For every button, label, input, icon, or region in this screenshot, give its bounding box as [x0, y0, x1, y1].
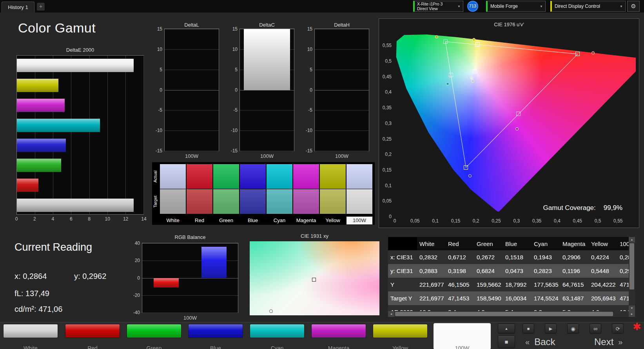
- patch-button-blue[interactable]: [188, 324, 243, 338]
- y-tick-label: -5: [226, 107, 238, 113]
- patch-button-magenta[interactable]: [311, 324, 366, 338]
- back-button[interactable]: « Back: [525, 335, 555, 349]
- back-label: Back: [534, 336, 555, 347]
- chart-title: DeltaC: [240, 22, 294, 28]
- column-header-magenta: Magenta: [560, 237, 589, 250]
- next-button[interactable]: Next »: [594, 335, 622, 349]
- table-cell: 158,5490: [474, 291, 503, 305]
- layout-button[interactable]: ■: [498, 335, 515, 348]
- table-vertical-scrollbar[interactable]: ▲ ▼: [629, 237, 635, 311]
- reading-x-label: x:: [15, 272, 21, 280]
- y-tick-label: -10: [151, 128, 162, 133]
- swatch-actual: [267, 164, 292, 189]
- gridline: [315, 29, 369, 29]
- x-tick-label: 12: [123, 216, 128, 222]
- swatch-label: Cyan: [267, 217, 292, 224]
- stop-button[interactable]: ■: [522, 324, 534, 334]
- column-header-green: Green: [474, 237, 503, 250]
- table-cell: 64,7615: [560, 278, 589, 291]
- swatch-target: [267, 189, 292, 214]
- patch-label: Green: [127, 345, 181, 349]
- table-cell: 12,9: [417, 305, 446, 311]
- scroll-right-button[interactable]: ►: [629, 311, 635, 317]
- x-tick-label: 0,15: [451, 218, 460, 224]
- column-header-100w: 100W: [617, 237, 629, 250]
- bar-100w: [17, 199, 134, 212]
- patch-label: 100W: [434, 345, 491, 349]
- gridline: [315, 151, 369, 151]
- gamut-coverage-label: Gamut Coverage:: [543, 204, 596, 212]
- scrollbar-thumb[interactable]: [395, 312, 613, 316]
- patch-button-green[interactable]: [127, 324, 181, 338]
- table-cell: 471,06: [617, 278, 629, 291]
- deltaH-chart: DeltaH 100W 151050-5-10-15: [314, 29, 369, 151]
- record-button[interactable]: ◉: [567, 324, 579, 334]
- meter-dropdown[interactable]: X-Rite i1Pro 3 Direct View ▼: [413, 1, 463, 12]
- display-control-dropdown[interactable]: Direct Display Control ▼: [550, 1, 626, 12]
- patch-button-white[interactable]: [3, 324, 58, 338]
- x-tick-label: 10: [105, 216, 110, 222]
- table-row: Y221,697746,1505159,566218,7992177,56356…: [388, 278, 629, 291]
- gridline: [315, 130, 369, 131]
- patch-button-100w[interactable]: 100W: [434, 323, 491, 349]
- swatch-target: [293, 189, 319, 214]
- target-marker: [312, 278, 316, 282]
- swatch-actual: [240, 164, 266, 189]
- tab-history[interactable]: History 1: [2, 2, 34, 13]
- table-cell: 0,1943: [532, 250, 560, 264]
- scroll-up-button[interactable]: ▲: [629, 237, 635, 242]
- add-tab-button[interactable]: +: [37, 3, 45, 11]
- scroll-down-button[interactable]: ▼: [629, 306, 635, 311]
- top-bar: History 1 + X-Rite i1Pro 3 Direct View ▼…: [0, 0, 644, 13]
- table-cell: 0,4224: [589, 250, 617, 264]
- patch-button-yellow[interactable]: [373, 324, 428, 338]
- y-tick-label: 0,05: [379, 198, 392, 204]
- swatch-actual: [187, 164, 212, 189]
- reading-fl-value: 137,49: [25, 289, 49, 298]
- x-tick-label: 4: [52, 216, 54, 222]
- chart-title: DeltaH: [315, 22, 369, 28]
- target-yellow: [475, 42, 480, 47]
- deltae2000-x-axis: 02468101214: [16, 216, 144, 222]
- target-white: [473, 69, 477, 73]
- scrollbar-thumb[interactable]: [629, 243, 634, 289]
- y-tick-label: 10: [151, 47, 162, 52]
- reading-y-label: y:: [74, 272, 80, 280]
- table-cell: 0,0473: [503, 264, 532, 278]
- scroll-left-button[interactable]: ◄: [388, 311, 394, 317]
- swatch-column-blue: Blue: [240, 164, 266, 224]
- patch-button-red[interactable]: [65, 324, 120, 338]
- swatch-label: Blue: [240, 217, 266, 224]
- source-label: Mobile Forge: [488, 4, 539, 9]
- reading-x: x: 0,2864: [15, 272, 47, 281]
- y-tick-label: 5: [301, 67, 312, 72]
- y-tick-label: -5: [151, 107, 162, 113]
- column-header-red: Red: [446, 237, 474, 250]
- table-body: x: CIE310,28320,67120,26720,15180,19430,…: [388, 250, 629, 311]
- gear-icon[interactable]: ⚙: [627, 1, 640, 12]
- deltae2000-chart: [16, 55, 144, 215]
- alert-asterisk-icon[interactable]: ✱: [633, 321, 641, 333]
- loop-button[interactable]: ∞: [590, 324, 601, 334]
- page-title: Color Gamut: [18, 20, 96, 36]
- patch-button-cyan[interactable]: [250, 324, 305, 338]
- panel-up-button[interactable]: ▲: [498, 324, 515, 334]
- refresh-button[interactable]: ⟳: [612, 324, 624, 334]
- x-tick-label: 6: [70, 216, 73, 222]
- table-horizontal-scrollbar[interactable]: ◄ ►: [388, 311, 635, 317]
- table-row: Target Y221,697747,1453158,549016,003417…: [388, 291, 629, 305]
- source-dropdown[interactable]: Mobile Forge ▼: [486, 1, 546, 12]
- swatch-target: [240, 189, 266, 214]
- y-tick-label: 0,1: [379, 183, 392, 188]
- gridline: [315, 90, 369, 90]
- swatch-actual: [293, 164, 319, 189]
- swatch-label: 100W: [346, 217, 372, 224]
- column-header-white: White: [417, 237, 446, 250]
- play-button[interactable]: ▶: [545, 324, 557, 334]
- table-cell: 47,1453: [446, 291, 474, 305]
- table-cell: 16,0034: [503, 291, 532, 305]
- x-tick-label: 0: [15, 216, 18, 222]
- table-cell: 0,2906: [560, 250, 589, 264]
- meter-badge[interactable]: 713: [467, 1, 478, 12]
- scrollbar-track[interactable]: [394, 311, 629, 317]
